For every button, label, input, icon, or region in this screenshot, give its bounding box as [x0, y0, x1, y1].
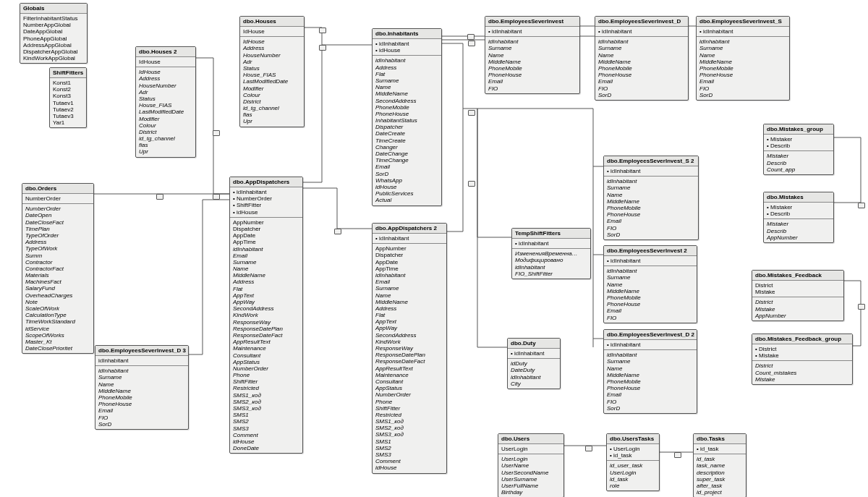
field: WhatsApp: [375, 177, 438, 184]
field: House_FIAS: [243, 72, 301, 78]
field: ScopeOfWorks: [25, 332, 90, 339]
table-title: dbo.UsersTasks: [607, 434, 659, 444]
table-esi_s[interactable]: dbo.EmployeesSeverInvest_SidInhabitantid…: [696, 16, 790, 101]
field: idInhabitant: [511, 374, 557, 381]
table-fields: idInhabitantidHouseidInhabitantAddressFl…: [373, 39, 441, 205]
field: District: [755, 299, 841, 305]
table-houses[interactable]: dbo.HousesIdHouseIdHouseAddressHouseNumb…: [239, 16, 305, 127]
field: PhoneHouse: [598, 72, 685, 78]
table-appdisp[interactable]: dbo.AppDispatchersidInhabitantNumberOrde…: [229, 177, 303, 454]
field: KindWork: [375, 339, 443, 345]
field: Changer: [375, 144, 438, 150]
table-mistakes[interactable]: dbo.MistakesMistakerDescribMistakerDescr…: [763, 192, 834, 243]
field: AppWay: [233, 299, 299, 305]
field: Adr: [139, 89, 192, 95]
field: TimeCreate: [375, 137, 438, 144]
field: IdHouse: [243, 28, 301, 35]
table-fields: IdHouseIdHouseAddressHouseNumberAdrStatu…: [240, 27, 304, 127]
field: SMS3: [375, 451, 443, 458]
field: idInhabitant: [98, 357, 185, 364]
field: MiddleName: [98, 388, 185, 394]
field: MiddleName: [598, 59, 685, 65]
table-esi2[interactable]: dbo.EmployeesSeverInvest 2idInhabitantid…: [603, 245, 697, 323]
field: Note: [25, 299, 90, 305]
field: AppNumber: [755, 313, 841, 319]
table-fields: idInhabitantidInhabitantSurnameNameMiddl…: [485, 27, 579, 93]
field: PhoneMobile: [607, 378, 694, 385]
table-fields: idInhabitantidInhabitantSurnameNameMiddl…: [604, 340, 697, 413]
table-tempshift[interactable]: TempShiftFittersidInhabitantИзмененияВре…: [511, 228, 591, 279]
table-title: dbo.Houses 2: [136, 47, 195, 57]
field: Describ: [767, 143, 830, 149]
table-esi[interactable]: dbo.EmployeesSeverInvestidInhabitantidIn…: [485, 16, 580, 94]
field: PhoneMobile: [699, 65, 786, 72]
field: description: [697, 470, 743, 476]
table-title: dbo.EmployeesSeverInvest_S 2: [604, 156, 698, 166]
field: DateOpen: [25, 212, 90, 218]
field: SMS3: [233, 425, 299, 432]
field: Surname: [607, 274, 694, 281]
field: idInhabitant: [607, 341, 694, 348]
er-diagram-canvas[interactable]: GlobalsFilterInhabitantStatusNumberAppGl…: [0, 0, 868, 497]
table-orders[interactable]: dbo.OrdersNumberOrderNumberOrderDateOpen…: [22, 183, 94, 354]
table-esi_d2[interactable]: dbo.EmployeesSeverInvest_D 2idInhabitant…: [603, 329, 697, 414]
field: after_task: [697, 483, 743, 489]
field: id_user_task: [610, 462, 656, 469]
table-esi_d[interactable]: dbo.EmployeesSeverInvest_DidInhabitantid…: [595, 16, 689, 101]
table-mistakes_fbg[interactable]: dbo.Mistakes_Feedback_groupDistrictMista…: [752, 334, 853, 385]
field: AddressAppGlobal: [23, 42, 84, 48]
table-mistakes_group[interactable]: dbo.Mistakes_groupMistakerDescribMistake…: [763, 124, 834, 175]
table-shiftfitters[interactable]: ShiftFittersKonst1Konst2Konst3Tutaev1Tut…: [49, 67, 87, 128]
table-title: dbo.Inhabitants: [373, 29, 441, 39]
table-esi_d3[interactable]: dbo.EmployeesSeverInvest_D 3idInhabitant…: [95, 345, 189, 430]
field: PhoneMobile: [375, 104, 438, 111]
table-houses2[interactable]: dbo.Houses 2IdHouseIdHouseAddressHouseNu…: [135, 46, 196, 158]
field: Name: [233, 266, 299, 272]
field: Email: [699, 78, 786, 85]
field: SecondAddress: [375, 332, 443, 339]
field: AppWay: [375, 325, 443, 331]
field: DateChange: [375, 150, 438, 157]
field: Konst2: [53, 86, 83, 93]
field: TimeChange: [375, 157, 438, 163]
field: DateClosePrioritet: [25, 345, 90, 352]
field: MiddleName: [607, 288, 694, 294]
field: PhoneHouse: [375, 111, 438, 117]
table-inhabitants[interactable]: dbo.InhabitantsidInhabitantidHouseidInha…: [372, 28, 442, 206]
table-tasks[interactable]: dbo.Tasksid_taskid_tasktask_namedescript…: [693, 433, 746, 497]
relationship-connector-icon: [674, 452, 681, 458]
field: Colour: [139, 122, 192, 129]
table-appdisp2[interactable]: dbo.AppDispatchers 2idInhabitantAppNumbe…: [372, 223, 447, 474]
field: IdHouse: [139, 69, 192, 75]
field: Status: [243, 65, 301, 72]
field: FilterInhabitantStatus: [23, 15, 84, 22]
table-esi_s2[interactable]: dbo.EmployeesSeverInvest_S 2idInhabitant…: [603, 156, 699, 240]
field: Materials: [25, 272, 90, 279]
field: Surname: [233, 259, 299, 266]
table-userstasks[interactable]: dbo.UsersTasksUserLoginid_taskid_user_ta…: [606, 433, 660, 491]
field: Contractor: [25, 259, 90, 266]
table-globals[interactable]: GlobalsFilterInhabitantStatusNumberAppGl…: [20, 3, 88, 64]
field: idDuty: [511, 360, 557, 367]
field: idHouse: [233, 438, 299, 445]
field: idInhabitant: [699, 38, 786, 45]
field: SMS3_код: [233, 405, 299, 412]
field: TypeOfOrder: [25, 232, 90, 239]
table-fields: idInhabitantidInhabitantSurnameNameMiddl…: [604, 256, 697, 323]
field: idInhabitant: [375, 41, 438, 47]
field: Mistaker: [767, 204, 830, 211]
field: AppTime: [375, 266, 443, 272]
table-mistakes_fb[interactable]: dbo.Mistakes_FeedbackDistrictMistakeDist…: [752, 270, 844, 321]
field: District: [243, 98, 301, 105]
field: PhoneHouse: [98, 401, 185, 407]
field: ContractorFact: [25, 266, 90, 272]
field: Modifier: [139, 116, 192, 122]
field: Flat: [375, 312, 443, 318]
field: Address: [243, 45, 301, 51]
field: OverheadCharges: [25, 292, 90, 299]
table-fields: FilterInhabitantStatusNumberAppGlobalDat…: [20, 14, 87, 63]
field: AppText: [233, 292, 299, 299]
field: City: [511, 381, 557, 387]
table-users[interactable]: dbo.UsersUserLoginUserLoginUserNameUserS…: [498, 433, 564, 497]
table-duty[interactable]: dbo.DutyidInhabitantidDutyDateDutyidInha…: [507, 338, 561, 389]
